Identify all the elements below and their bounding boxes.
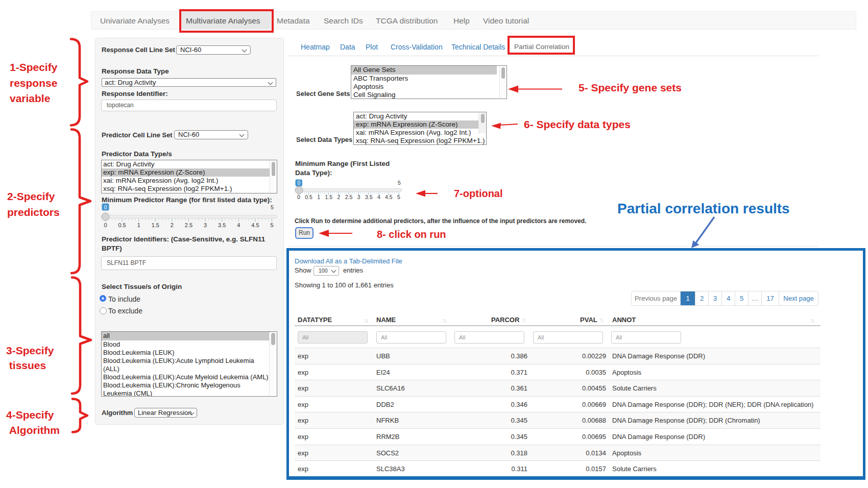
svg-text:0.5: 0.5 bbox=[305, 194, 312, 200]
svg-text:4: 4 bbox=[377, 194, 380, 200]
svg-text:5: 5 bbox=[397, 194, 400, 200]
svg-text:3: 3 bbox=[357, 194, 360, 200]
svg-text:3.5: 3.5 bbox=[365, 194, 373, 200]
svg-text:3.5: 3.5 bbox=[218, 222, 226, 228]
svg-text:1.5: 1.5 bbox=[325, 194, 332, 200]
svg-text:3: 3 bbox=[204, 222, 207, 228]
svg-text:5: 5 bbox=[271, 204, 274, 210]
svg-text:4.5: 4.5 bbox=[251, 222, 259, 228]
svg-text:2: 2 bbox=[171, 222, 174, 228]
svg-text:4: 4 bbox=[237, 222, 240, 228]
svg-text:0: 0 bbox=[297, 180, 300, 186]
svg-text:0: 0 bbox=[297, 194, 300, 200]
svg-text:2: 2 bbox=[337, 194, 340, 200]
svg-text:0.5: 0.5 bbox=[118, 222, 126, 228]
svg-text:4.5: 4.5 bbox=[385, 194, 393, 200]
svg-text:1: 1 bbox=[317, 194, 320, 200]
svg-text:2.5: 2.5 bbox=[185, 222, 192, 228]
svg-text:0: 0 bbox=[104, 205, 107, 210]
svg-text:2.5: 2.5 bbox=[345, 194, 353, 200]
svg-text:1: 1 bbox=[137, 222, 140, 228]
svg-text:5: 5 bbox=[270, 222, 273, 228]
svg-text:0: 0 bbox=[104, 222, 107, 228]
svg-text:1.5: 1.5 bbox=[152, 222, 159, 228]
svg-text:5: 5 bbox=[398, 180, 401, 186]
